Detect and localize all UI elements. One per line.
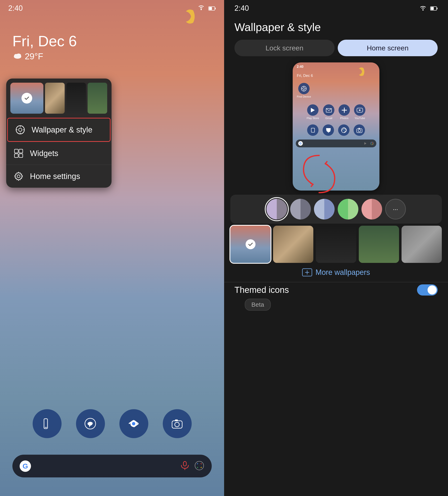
right-status-icons [419,4,438,13]
tab-bar: Lock screen Home screen [234,40,438,56]
svg-point-8 [19,128,22,131]
thumb-selected[interactable] [10,83,43,114]
thumb-dark[interactable] [66,83,86,114]
wp-thumb-1[interactable] [230,226,270,263]
svg-point-22 [175,422,179,427]
themed-icons-section: Themed icons [234,284,438,295]
left-search-bar[interactable]: G [12,455,212,477]
context-menu: Wallpaper & style Widgets [6,78,112,188]
battery-icon [209,4,216,13]
section-divider [224,282,448,282]
color-swatch-3[interactable] [314,199,335,219]
menu-item-widgets-label: Widgets [30,149,58,158]
dock-chrome[interactable] [119,409,148,438]
svg-point-32 [303,88,305,90]
color-swatch-4[interactable] [338,199,358,219]
gmail-icon [323,104,334,116]
color-swatch-1[interactable] [267,199,287,219]
left-dock [0,409,224,438]
left-date-weather: Fri, Dec 6 29°F [12,33,77,61]
right-battery-icon [430,4,438,13]
svg-rect-53 [300,199,311,219]
thumb-crystal[interactable] [45,83,65,114]
svg-rect-2 [215,8,216,9]
menu-item-home-settings[interactable]: Home settings [6,165,112,188]
find-device-label: Find Device [297,95,311,98]
svg-rect-50 [277,199,287,219]
svg-rect-30 [431,7,434,10]
widgets-icon [14,148,24,158]
wp-thumb-3[interactable] [316,226,356,263]
dock-chat[interactable] [76,409,105,438]
svg-rect-62 [372,199,382,219]
preview-apps-row: Play Store Gmail [293,101,379,123]
preview-chat-icon [323,124,334,136]
preview-bottom-row [293,123,379,138]
svg-rect-21 [172,421,182,428]
dock-phone[interactable] [33,409,61,438]
thumb-green[interactable] [88,83,107,114]
page-title: Wallpaper & style [224,16,448,40]
menu-item-home-settings-label: Home settings [30,172,80,181]
tab-home-screen[interactable]: Home screen [338,40,438,56]
svg-rect-23 [175,419,178,421]
themed-icons-label: Themed icons [234,285,289,295]
preview-gmail: Gmail [323,104,334,120]
play-store-icon [307,104,318,116]
svg-point-45 [358,129,361,132]
left-time: 2:40 [8,4,23,13]
more-wallpapers-button[interactable]: More wallpapers [234,265,438,280]
selected-check [21,93,32,104]
dock-camera[interactable] [163,409,192,438]
wp-thumb-5[interactable] [402,226,442,263]
preview-find-device: Find Device [297,83,311,98]
preview-find-device-row: Find Device [293,80,379,101]
svg-rect-3 [209,7,212,10]
menu-item-widgets[interactable]: Widgets [6,142,112,165]
right-panel: 2:40 Wallpaper & style Lock scree [224,0,448,496]
color-swatch-more[interactable]: ··· [385,199,406,219]
themed-icons-toggle[interactable] [417,284,438,295]
mic-icon[interactable] [180,461,190,472]
wallpaper-icon [15,125,25,135]
svg-point-20 [132,422,135,425]
color-swatch-5[interactable] [361,199,382,219]
svg-rect-47 [371,142,373,145]
svg-point-6 [16,54,21,57]
svg-point-0 [201,9,202,10]
tab-lock-screen[interactable]: Lock screen [234,40,335,56]
moon-decoration [179,6,199,27]
svg-rect-26 [195,461,204,470]
left-weather: 29°F [12,51,77,61]
preview-moon [355,65,367,79]
wp-thumb-2[interactable] [273,226,313,263]
red-arrows [288,151,350,197]
svg-rect-15 [15,154,18,157]
svg-point-27 [422,9,424,11]
preview-search-bar: G [296,140,376,147]
right-status-bar: 2:40 [224,0,448,16]
right-wifi-icon [419,4,427,13]
color-swatches-section: ··· [230,195,442,224]
menu-item-wallpaper[interactable]: Wallpaper & style [7,118,110,142]
more-wallpapers-label: More wallpapers [315,268,370,277]
beta-badge: Beta [245,299,271,311]
settings-icon [14,171,24,182]
cloud-icon [12,51,23,61]
left-date: Fri, Dec 6 [12,33,77,49]
play-store-label: Play Store [307,117,319,120]
right-time: 2:40 [234,4,249,13]
gmail-label: Gmail [325,117,332,120]
lens-icon[interactable] [194,461,205,472]
wp-thumb-4[interactable] [359,226,399,263]
svg-point-17 [17,175,20,178]
preview-google-g: G [298,141,303,146]
preview-youtube: YouTube [354,104,365,120]
wp-selected-check [246,239,255,249]
preview-chrome-icon [338,124,349,136]
color-swatch-2[interactable] [290,199,311,219]
youtube-label: YouTube [354,117,365,120]
toggle-knob [428,285,437,294]
preview-camera-icon [354,124,365,136]
svg-rect-14 [19,149,23,153]
